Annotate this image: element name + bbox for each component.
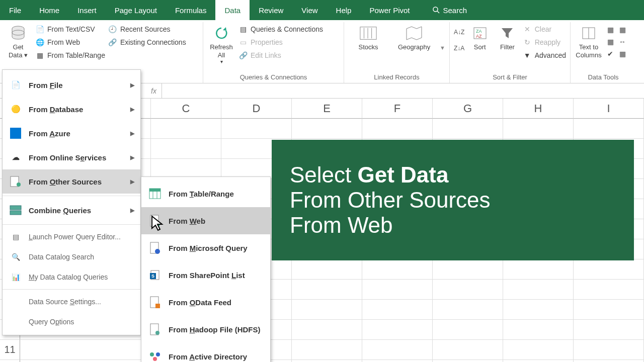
- group-linked-records: Linked Records: [348, 72, 445, 83]
- submenu-from-table-range[interactable]: From Table/Range: [141, 180, 270, 207]
- sort-button[interactable]: ZAAZ Sort: [467, 23, 492, 52]
- consolidate-icon[interactable]: ▦: [618, 25, 627, 34]
- svg-rect-19: [149, 189, 160, 192]
- relationships-icon[interactable]: ↔: [618, 37, 627, 46]
- svg-rect-16: [10, 206, 21, 210]
- menu-from-database[interactable]: 🟡From Database▶: [3, 97, 140, 121]
- col-header[interactable]: E: [292, 99, 362, 119]
- refresh-all-button[interactable]: Refresh All▾: [207, 23, 235, 66]
- col-header[interactable]: F: [362, 99, 433, 119]
- chevron-right-icon: ▶: [130, 154, 134, 161]
- sort-az-button[interactable]: A↓Z: [454, 26, 464, 38]
- refresh-icon: [212, 24, 230, 42]
- svg-point-25: [155, 249, 160, 254]
- row-header[interactable]: 11: [0, 340, 20, 360]
- submenu-from-sharepoint-list[interactable]: SFrom SharePoint List: [141, 261, 270, 289]
- flash-fill-icon[interactable]: ▦: [606, 25, 615, 34]
- tab-file[interactable]: File: [0, 0, 30, 20]
- svg-text:ZA: ZA: [476, 29, 482, 34]
- existing-connections-button[interactable]: 🔗Existing Connections: [108, 36, 186, 48]
- properties-button[interactable]: ▭Properties: [238, 36, 323, 48]
- file-icon: 📄: [9, 78, 23, 92]
- remove-dupes-icon[interactable]: ▦: [606, 37, 615, 46]
- tab-formulas[interactable]: Formulas: [166, 0, 216, 20]
- options-icon: [9, 315, 23, 329]
- tab-review[interactable]: Review: [250, 0, 292, 20]
- menu-data-source-settings[interactable]: Data Source Settings...: [3, 292, 140, 312]
- azure-icon: [9, 126, 23, 140]
- col-header[interactable]: I: [574, 99, 644, 119]
- tab-page-layout[interactable]: Page Layout: [106, 0, 166, 20]
- ribbon-tabs: File Home Insert Page Layout Formulas Da…: [0, 0, 644, 20]
- submenu-from-odata-feed[interactable]: From OData Feed: [141, 289, 270, 316]
- edit-links-button[interactable]: 🔗Edit Links: [238, 49, 323, 61]
- sort-icon: ZAAZ: [471, 24, 489, 42]
- get-data-button[interactable]: Get Data ▾: [4, 23, 32, 60]
- overlay-line-2: From Other Sources: [290, 188, 616, 213]
- menu-data-catalog-search[interactable]: 🔍Data Catalog Search: [3, 247, 140, 267]
- chevron-right-icon: ▶: [130, 106, 134, 113]
- advanced-button[interactable]: ▼Advanced: [523, 49, 566, 61]
- search-icon: 🔍: [9, 250, 23, 264]
- chart-icon: 📊: [9, 270, 23, 284]
- group-sort-filter: Sort & Filter: [454, 72, 566, 83]
- tab-view[interactable]: View: [292, 0, 327, 20]
- svg-text:AZ: AZ: [476, 34, 482, 39]
- col-header[interactable]: H: [503, 99, 574, 119]
- from-web-button[interactable]: 🌐From Web: [35, 36, 105, 48]
- menu-from-azure[interactable]: From Azure▶: [3, 121, 140, 145]
- tab-insert[interactable]: Insert: [68, 0, 106, 20]
- svg-point-35: [153, 357, 157, 361]
- submenu-from-hadoop[interactable]: From Hadoop File (HDFS): [141, 316, 270, 343]
- sharepoint-icon: S: [148, 268, 162, 282]
- menu-from-online-services[interactable]: ☁From Online Services▶: [3, 145, 140, 169]
- col-header[interactable]: G: [433, 99, 503, 119]
- svg-point-32: [155, 331, 159, 335]
- menu-combine-queries[interactable]: Combine Queries▶: [3, 198, 140, 222]
- from-table-range-button[interactable]: ▦From Table/Range: [35, 49, 105, 61]
- menu-from-file[interactable]: 📄From File▶: [3, 73, 140, 97]
- menu-my-data-catalog[interactable]: 📊My Data Catalog Queries: [3, 267, 140, 287]
- from-text-csv-button[interactable]: 📄From Text/CSV: [35, 23, 105, 35]
- connection-icon: 🔗: [108, 38, 117, 47]
- text-to-columns-button[interactable]: Text to Columns: [575, 23, 603, 60]
- row-header[interactable]: 12: [0, 360, 20, 362]
- clear-button[interactable]: ✕Clear: [523, 23, 566, 35]
- editor-icon: ▤: [9, 230, 23, 244]
- recent-sources-button[interactable]: 🕘Recent Sources: [108, 23, 186, 35]
- queries-connections-button[interactable]: ▤Queries & Connections: [238, 23, 323, 35]
- geography-button[interactable]: Geography: [391, 23, 437, 52]
- svg-rect-17: [10, 211, 21, 215]
- tab-help[interactable]: Help: [327, 0, 361, 20]
- svg-rect-13: [10, 128, 21, 139]
- instruction-overlay: Select Get Data From Other Sources From …: [272, 140, 634, 260]
- formula-input[interactable]: [162, 83, 644, 98]
- get-data-menu: 📄From File▶ 🟡From Database▶ From Azure▶ …: [2, 69, 141, 335]
- reapply-button[interactable]: ↻Reapply: [523, 36, 566, 48]
- submenu-from-microsoft-query[interactable]: From Microsoft Query: [141, 234, 270, 261]
- col-header[interactable]: C: [151, 99, 221, 119]
- search-button[interactable]: Search: [423, 0, 476, 20]
- filter-button[interactable]: Filter: [495, 23, 520, 52]
- tab-data[interactable]: Data: [215, 0, 250, 20]
- submenu-from-active-directory[interactable]: From Active Directory: [141, 343, 270, 362]
- svg-text:S: S: [151, 274, 154, 279]
- other-sources-icon: [9, 174, 23, 189]
- link-icon: 🔗: [238, 51, 248, 60]
- columns-icon: [580, 24, 598, 42]
- chevron-down-icon[interactable]: ▼: [440, 45, 445, 51]
- chevron-right-icon: ▶: [130, 130, 134, 137]
- menu-query-options[interactable]: Query Options: [3, 312, 140, 332]
- sort-za-button[interactable]: Z↓A: [454, 42, 464, 54]
- svg-rect-30: [155, 304, 160, 308]
- data-validation-icon[interactable]: ✔: [606, 49, 615, 58]
- file-icon: 📄: [35, 25, 44, 34]
- menu-launch-power-query[interactable]: ▤Launch Power Query Editor...: [3, 227, 140, 247]
- stocks-button[interactable]: Stocks: [348, 23, 388, 52]
- col-header[interactable]: D: [221, 99, 292, 119]
- tab-power-pivot[interactable]: Power Pivot: [360, 0, 419, 20]
- clear-icon: ✕: [523, 25, 532, 34]
- data-model-icon[interactable]: ▦: [618, 49, 627, 58]
- menu-from-other-sources[interactable]: From Other Sources▶: [3, 169, 140, 194]
- tab-home[interactable]: Home: [30, 0, 68, 20]
